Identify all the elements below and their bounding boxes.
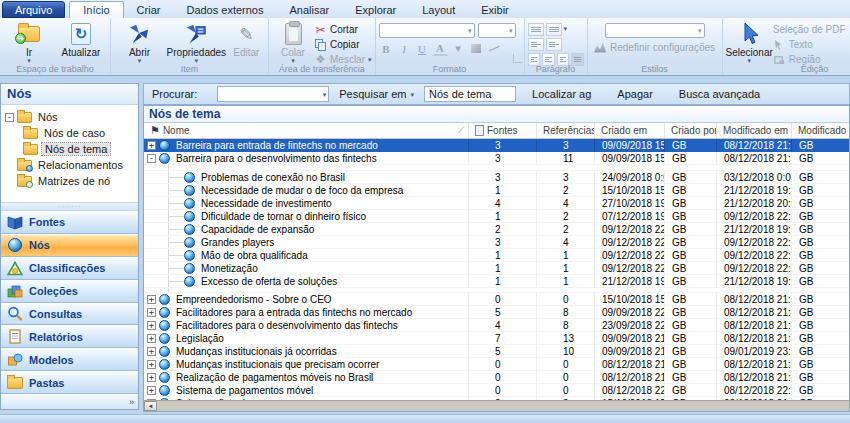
sidebar-splitter[interactable]: ······· xyxy=(1,202,138,211)
highlight-button[interactable] xyxy=(469,41,484,56)
row-expand-icon[interactable]: + xyxy=(147,399,156,401)
sidebar-item-consultas[interactable]: Consultas xyxy=(1,303,138,326)
increase-indent-button[interactable] xyxy=(546,38,562,51)
copy-button[interactable]: Copiar xyxy=(314,38,372,51)
row-expand-icon[interactable]: - xyxy=(147,154,156,163)
table-row[interactable]: +Empreendedorismo - Sobre o CEO0015/10/2… xyxy=(144,293,849,306)
go-button[interactable]: ➜ Ir ▾ xyxy=(3,20,55,63)
table-row[interactable]: +Mudanças institucionais que precisam oc… xyxy=(144,358,849,371)
font-color-button[interactable]: A xyxy=(433,41,448,56)
bullet-list-button[interactable] xyxy=(528,23,544,36)
tree-item-relacionamentos[interactable]: Relacionamentos xyxy=(1,157,138,173)
tree-item-nós[interactable]: -Nós xyxy=(1,109,138,125)
file-menu-button[interactable]: Arquivo xyxy=(2,1,65,18)
ribbon-tab-criar[interactable]: Criar xyxy=(124,1,174,18)
font-size-select[interactable]: ▾ xyxy=(478,23,516,38)
format-dialog-launcher[interactable] xyxy=(513,54,522,63)
table-row[interactable]: Dificuldade de tornar o dinheiro físico1… xyxy=(144,210,849,223)
row-expand-icon[interactable]: + xyxy=(147,295,156,304)
paste-button[interactable]: Colar ▾ xyxy=(272,20,314,63)
table-row[interactable]: +Mudanças institucionais já ocorridas510… xyxy=(144,345,849,358)
table-row[interactable]: +Facilitadores para a entrada das fintec… xyxy=(144,306,849,319)
select-button[interactable]: Selecionar ▾ xyxy=(726,20,773,63)
font-family-select[interactable]: ▾ xyxy=(379,23,475,38)
table-row[interactable]: Mão de obra qualificada1109/12/2018 22:2… xyxy=(144,249,849,262)
row-expand-icon[interactable]: + xyxy=(147,347,156,356)
sidebar-item-label: Relatórios xyxy=(29,331,83,343)
numbered-list-button[interactable] xyxy=(546,23,562,36)
properties-button[interactable]: Propriedades ▾ xyxy=(165,20,228,63)
ribbon-tab-layout[interactable]: Layout xyxy=(409,1,468,18)
row-expand-icon[interactable]: + xyxy=(147,373,156,382)
pdf-selection-button[interactable]: Seleção de PDF xyxy=(773,23,846,36)
row-expand-icon[interactable]: + xyxy=(147,141,156,150)
horizontal-scrollbar[interactable]: ◂ xyxy=(144,400,849,411)
bold-button[interactable]: B xyxy=(379,41,394,56)
column-header-criado-por[interactable]: Criado por xyxy=(665,123,717,138)
table-row[interactable]: Excesso de oferta de soluções1121/12/201… xyxy=(144,275,849,288)
ribbon-tab-exibir[interactable]: Exibir xyxy=(468,1,522,18)
find-now-button[interactable]: Localizar ag xyxy=(522,88,601,100)
edit-button[interactable]: ✎ Editar xyxy=(228,20,265,58)
sidebar-item-fontes[interactable]: Fontes xyxy=(1,211,138,234)
sidebar-item-pastas[interactable]: Pastas xyxy=(1,371,138,394)
table-row[interactable]: -Barreira para o desenvolvimento das fin… xyxy=(144,152,849,165)
search-in-button[interactable]: Pesquisar em ▾ xyxy=(335,85,418,103)
table-row[interactable]: +Barreira para entrada de fintechs no me… xyxy=(144,139,849,152)
ribbon-tab-explorar[interactable]: Explorar xyxy=(342,1,409,18)
cut-button[interactable]: ✂ Cortar xyxy=(314,23,372,36)
underline-button[interactable]: U xyxy=(415,41,430,56)
tree-item-matrizes-de-nó[interactable]: Matrizes de nó xyxy=(1,173,138,189)
chevron-down-icon: ▾ xyxy=(323,92,327,97)
go-folder-icon: ➜ xyxy=(17,22,41,46)
ribbon-tab-dados-externos[interactable]: Dados externos xyxy=(173,1,276,18)
column-header-criado-em[interactable]: Criado em xyxy=(595,123,665,138)
row-expand-icon[interactable]: + xyxy=(147,334,156,343)
table-row[interactable]: Capacidade de expansão2209/12/2018 22:27… xyxy=(144,223,849,236)
table-row[interactable]: +Facilitadores para o desenvolvimento da… xyxy=(144,319,849,332)
column-header-modificado-por[interactable]: Modificado por xyxy=(792,123,850,138)
row-expand-icon[interactable]: + xyxy=(147,321,156,330)
sidebar-item-modelos[interactable]: Modelos xyxy=(1,348,138,371)
tree-item-nós-de-caso[interactable]: Nós de caso xyxy=(1,125,138,141)
sidebar-item-nós[interactable]: Nós xyxy=(1,234,138,257)
table-row[interactable]: +Legislação71309/09/2018 21:49GB08/12/20… xyxy=(144,332,849,345)
table-row[interactable]: Necessidade de investimento4427/10/2018 … xyxy=(144,197,849,210)
advanced-search-button[interactable]: Busca avançada xyxy=(669,88,770,100)
sidebar-item-relatórios[interactable]: Relatórios xyxy=(1,325,138,348)
sidebar-collapse-bar[interactable]: » xyxy=(1,394,138,409)
table-row[interactable]: Monetização1109/12/2018 22:30GB09/12/201… xyxy=(144,262,849,275)
column-header-nome[interactable]: ⚑ Nome ⟋ xyxy=(144,123,469,138)
tree-expand-icon[interactable]: - xyxy=(5,113,14,122)
text-selection-button[interactable]: Texto xyxy=(773,38,846,51)
sidebar-item-coleções[interactable]: Coleções xyxy=(1,280,138,303)
table-row[interactable]: +Realização de pagamentos móveis no Bras… xyxy=(144,371,849,384)
decrease-indent-button[interactable] xyxy=(528,38,544,51)
ribbon-tab-início[interactable]: Início xyxy=(69,1,123,18)
tree-item-nós-de-tema[interactable]: Nós de tema xyxy=(1,141,138,157)
table-row[interactable]: Grandes players3409/12/2018 22:28GB09/12… xyxy=(144,236,849,249)
open-button[interactable]: Abrir ▾ xyxy=(114,20,165,63)
table-row[interactable]: Problemas de conexão no Brasil3324/09/20… xyxy=(144,171,849,184)
search-scope-input[interactable]: Nós de tema xyxy=(424,86,516,102)
reset-settings-button[interactable]: Redefinir configurações xyxy=(594,42,715,53)
column-header-referencias[interactable]: Referências xyxy=(537,123,595,138)
scroll-left-button[interactable]: ◂ xyxy=(144,401,157,411)
ribbon-tab-analisar[interactable]: Analisar xyxy=(276,1,342,18)
refresh-button[interactable]: ↻ Atualizar xyxy=(55,20,107,58)
search-term-select[interactable]: ▾ xyxy=(217,86,329,102)
table-row[interactable]: +Sistema de pagamentos móvel0008/12/2018… xyxy=(144,384,849,397)
column-header-modificado-em[interactable]: Modificado em xyxy=(717,123,792,138)
style-select[interactable]: ▾ xyxy=(605,23,705,38)
clear-search-button[interactable]: Apagar xyxy=(607,88,662,100)
table-row[interactable]: Necessidade de mudar o de foco da empres… xyxy=(144,184,849,197)
cell-referencias: 0 xyxy=(537,293,595,306)
sidebar-item-classificações[interactable]: Classificações xyxy=(1,257,138,280)
row-expand-icon[interactable]: + xyxy=(147,308,156,317)
strike-button[interactable] xyxy=(487,41,502,56)
row-expand-icon[interactable]: + xyxy=(147,386,156,395)
node-icon xyxy=(159,372,170,383)
column-header-fontes[interactable]: Fontes xyxy=(469,123,537,138)
italic-button[interactable]: I xyxy=(397,41,412,56)
row-expand-icon[interactable]: + xyxy=(147,360,156,369)
